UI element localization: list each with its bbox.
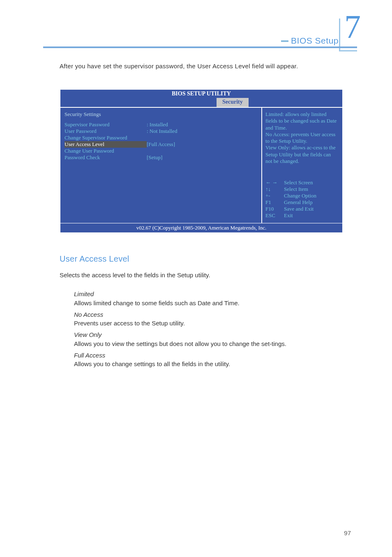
bios-title: BIOS SETUP UTILITY (60, 90, 342, 98)
definition-term: View Only (74, 330, 339, 339)
bios-key: F10 (265, 206, 284, 212)
bios-field-row: User Password: Not Installed (65, 128, 257, 135)
bios-field-value: : Installed (147, 121, 257, 128)
header-rule (43, 46, 357, 48)
definition-desc: Allows you to change settings to all the… (74, 360, 339, 369)
bios-field-value: [Full Access] (147, 141, 257, 148)
bios-field-label: Change Supervisor Password (65, 135, 147, 141)
bios-tabs: Security (60, 98, 342, 107)
chapter-number: 7 (344, 8, 361, 46)
bios-key-desc: Select Screen (284, 179, 313, 186)
bios-field-label: User Password (65, 128, 147, 135)
bios-field-value: : Not Installed (147, 128, 257, 135)
bios-field-label: Password Check (65, 154, 147, 161)
bios-key-desc: Save and Exit (284, 206, 314, 212)
bios-key: +- (265, 193, 284, 199)
section-title: User Access Level (60, 254, 129, 264)
bios-body: Security Settings Supervisor Password: I… (60, 107, 342, 223)
bios-help-text: Limited: allows only limited fields to b… (265, 111, 339, 177)
bios-section-heading: Security Settings (65, 111, 257, 118)
bios-key: ← → (265, 179, 284, 186)
definition-desc: Allows you to view the settings but does… (74, 339, 339, 348)
bios-key-row: ← →Select Screen (265, 179, 339, 186)
bios-key: F1 (265, 199, 284, 206)
bios-key-legend: ← →Select Screen↑↓Select Item+-Change Op… (265, 179, 339, 219)
bios-field-value (147, 135, 257, 141)
intro-paragraph: After you have set the supervisor passwo… (60, 62, 339, 71)
definition-term: Limited (74, 290, 339, 299)
definition-desc: Prevents user access to the Setup utilit… (74, 319, 339, 328)
bios-field-label: Supervisor Password (65, 121, 147, 128)
bios-key-row: +-Change Option (265, 193, 339, 199)
bios-key-desc: Change Option (284, 193, 316, 199)
bios-field-row: Change User Password (65, 148, 257, 154)
bios-left-panel: Security Settings Supervisor Password: I… (60, 108, 262, 223)
bios-key-row: F10Save and Exit (265, 206, 339, 212)
bios-field-row: Password Check[Setup] (65, 154, 257, 161)
definition-term: Full Access (74, 351, 339, 360)
bios-key: ↑↓ (265, 186, 284, 193)
bios-field-row: User Access Level[Full Access] (65, 141, 257, 148)
definition-term: No Access (74, 310, 339, 319)
page-number: 97 (344, 529, 351, 536)
definition-desc: Allows limited change to some fields suc… (74, 299, 339, 308)
bios-tab-security: Security (217, 98, 249, 107)
bios-key-desc: General Help (284, 199, 313, 206)
bios-field-row: Change Supervisor Password (65, 135, 257, 141)
bios-right-panel: Limited: allows only limited fields to b… (262, 108, 342, 223)
bios-key-desc: Exit (284, 212, 293, 219)
header-label: BIOS Setup (281, 36, 339, 46)
bios-key-row: ESCExit (265, 212, 339, 219)
section-intro: Selects the access level to the fields i… (60, 272, 339, 278)
bios-footer: v02.67 (C)Copyright 1985-2009, American … (60, 223, 342, 232)
bios-field-value (147, 148, 257, 154)
bios-key-desc: Select Item (284, 186, 308, 193)
bios-key: ESC (265, 212, 284, 219)
definitions-list: LimitedAllows limited change to some fie… (74, 287, 339, 370)
bios-field-value: [Setup] (147, 154, 257, 161)
bios-screenshot: BIOS SETUP UTILITY Security Security Set… (60, 89, 343, 233)
bios-key-row: ↑↓Select Item (265, 186, 339, 193)
bios-field-label: Change User Password (65, 148, 147, 154)
bios-field-row: Supervisor Password: Installed (65, 121, 257, 128)
bios-field-label: User Access Level (65, 141, 147, 148)
bios-key-row: F1General Help (265, 199, 339, 206)
